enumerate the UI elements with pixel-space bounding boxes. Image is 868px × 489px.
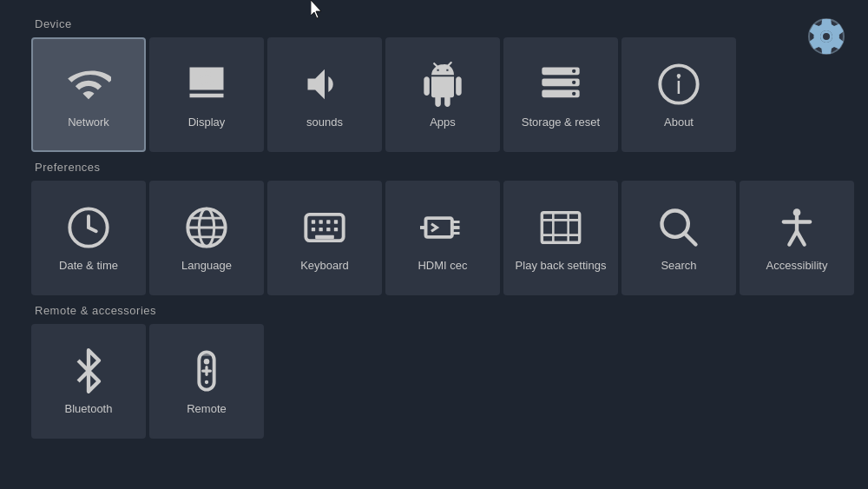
tile-remote[interactable]: Remote xyxy=(149,324,264,439)
tile-network-label: Network xyxy=(68,116,109,129)
remote-label: Remote & accessories xyxy=(35,304,868,317)
svg-marker-0 xyxy=(311,0,321,18)
tile-storage-reset[interactable]: Storage & reset xyxy=(503,37,618,152)
svg-point-8 xyxy=(572,91,575,95)
tile-display-label: Display xyxy=(188,116,226,129)
tile-display[interactable]: Display xyxy=(149,37,264,152)
preferences-tiles-row: Date & time Language xyxy=(31,181,868,295)
tile-storage-reset-label: Storage & reset xyxy=(522,116,600,129)
tile-accessibility[interactable]: Accessibility xyxy=(740,181,854,295)
tile-sounds[interactable]: sounds xyxy=(267,37,382,152)
tile-network[interactable]: Network xyxy=(31,37,146,152)
svg-rect-21 xyxy=(326,220,330,223)
svg-rect-33 xyxy=(542,212,579,242)
tile-hdmi-cec[interactable]: HDMI cec xyxy=(385,181,500,295)
tile-playback-settings-label: Play back settings xyxy=(516,259,607,272)
tile-about-label: About xyxy=(664,116,694,129)
svg-rect-24 xyxy=(319,228,323,231)
svg-rect-20 xyxy=(319,220,323,223)
tile-date-time[interactable]: Date & time xyxy=(31,181,146,295)
tile-playback-settings[interactable]: Play back settings xyxy=(503,181,618,295)
device-label: Device xyxy=(35,17,868,30)
device-tiles-row: Network Display sounds Apps xyxy=(31,37,868,152)
remote-tiles-row: Bluetooth Remote xyxy=(31,324,868,439)
tile-search[interactable]: Search xyxy=(621,181,736,295)
settings-icon-top[interactable] xyxy=(806,16,847,57)
device-section: Device Network Display sounds xyxy=(0,17,868,152)
svg-point-49 xyxy=(205,380,208,383)
tile-language[interactable]: Language xyxy=(149,181,264,295)
svg-line-44 xyxy=(797,231,805,244)
svg-point-7 xyxy=(572,80,575,83)
svg-rect-22 xyxy=(334,220,338,223)
tile-hdmi-cec-label: HDMI cec xyxy=(418,259,467,272)
svg-point-6 xyxy=(572,69,575,72)
tile-keyboard-label: Keyboard xyxy=(300,259,349,272)
svg-rect-27 xyxy=(315,235,334,238)
tile-sounds-label: sounds xyxy=(306,116,343,129)
tile-date-time-label: Date & time xyxy=(59,259,118,272)
tile-keyboard[interactable]: Keyboard xyxy=(267,181,382,295)
tile-apps[interactable]: Apps xyxy=(385,37,500,152)
tile-search-label: Search xyxy=(661,259,696,272)
svg-rect-25 xyxy=(326,228,330,231)
tile-apps-label: Apps xyxy=(430,116,456,129)
tile-about[interactable]: i About xyxy=(621,37,736,152)
svg-rect-19 xyxy=(312,220,315,223)
tile-remote-label: Remote xyxy=(187,402,227,415)
svg-line-43 xyxy=(789,231,797,244)
tile-accessibility-label: Accessibility xyxy=(766,259,828,272)
svg-point-46 xyxy=(204,358,210,364)
preferences-label: Preferences xyxy=(35,161,868,174)
tile-bluetooth-label: Bluetooth xyxy=(65,402,113,415)
remote-section: Remote & accessories Bluetooth Remote xyxy=(0,304,868,439)
preferences-section: Preferences Date & time Language xyxy=(0,161,868,295)
tile-bluetooth[interactable]: Bluetooth xyxy=(31,324,146,439)
svg-rect-26 xyxy=(334,228,338,231)
svg-rect-23 xyxy=(312,228,315,231)
svg-point-11 xyxy=(677,74,681,77)
svg-line-39 xyxy=(685,233,696,244)
tile-language-label: Language xyxy=(181,259,232,272)
